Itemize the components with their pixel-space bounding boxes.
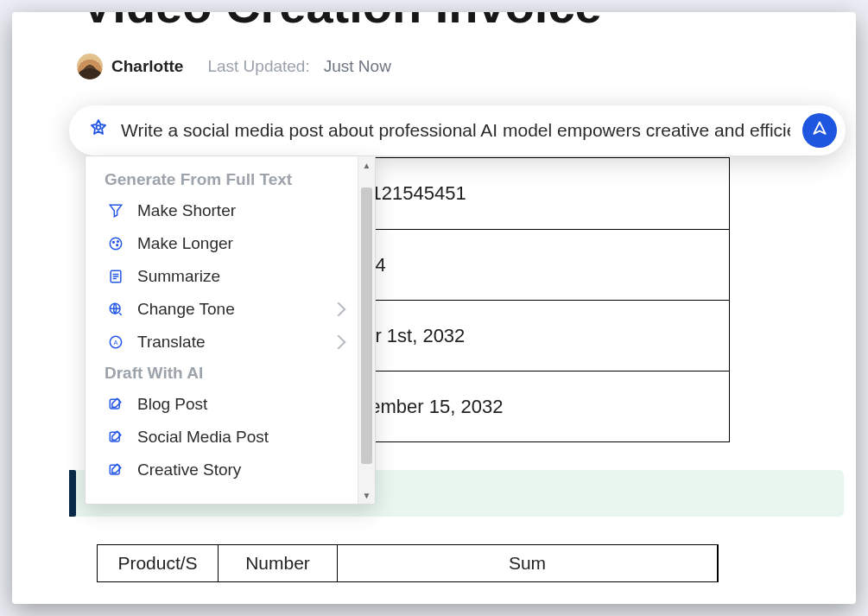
translate-icon: A: [106, 333, 125, 352]
menu-scrollbar[interactable]: ▲ ▼: [358, 156, 375, 504]
cookie-icon: [106, 234, 125, 253]
ai-prompt-input[interactable]: Write a social media post about professi…: [121, 120, 790, 141]
menu-item-label: Make Shorter: [137, 201, 236, 220]
menu-item-label: Translate: [137, 333, 206, 352]
scroll-thumb[interactable]: [361, 187, 372, 464]
svg-point-1: [110, 238, 121, 249]
ai-sparkle-icon: [88, 118, 109, 143]
menu-item-label: Blog Post: [137, 395, 207, 414]
ai-prompt-bar: Write a social media post about professi…: [69, 105, 846, 156]
menu-item-make-longer[interactable]: Make Longer: [94, 227, 354, 260]
ai-actions-menu: Generate From Full Text Make Shorter Mak…: [85, 156, 376, 505]
send-button[interactable]: [802, 113, 837, 148]
menu-list: Generate From Full Text Make Shorter Mak…: [86, 156, 358, 504]
col-number: Number: [219, 545, 338, 581]
svg-point-4: [117, 241, 119, 243]
menu-item-creative-story[interactable]: Creative Story: [94, 454, 354, 486]
avatar[interactable]: [77, 54, 103, 79]
document-page: Video Creation Invoice Charlotte Last Up…: [12, 12, 856, 604]
svg-point-3: [117, 244, 118, 246]
compose-icon: [106, 428, 125, 447]
menu-item-label: Make Longer: [137, 234, 233, 253]
menu-item-label: Summarize: [137, 267, 220, 286]
col-product: Product/S: [98, 545, 219, 581]
compose-icon: [106, 395, 125, 414]
col-sum: Sum: [338, 545, 718, 581]
menu-item-label: Change Tone: [137, 300, 235, 319]
menu-item-translate[interactable]: A Translate: [94, 326, 354, 359]
svg-point-0: [97, 125, 101, 130]
menu-item-social-post[interactable]: Social Media Post: [94, 421, 354, 454]
send-icon: [811, 120, 828, 141]
scroll-down-icon[interactable]: ▼: [358, 488, 375, 502]
updated-label: Last Updated:: [207, 57, 309, 76]
menu-heading-generate: Generate From Full Text: [94, 165, 354, 194]
menu-item-make-shorter[interactable]: Make Shorter: [94, 194, 354, 227]
author-row: Charlotte Last Updated: Just Now: [77, 54, 391, 79]
menu-heading-draft: Draft With AI: [94, 359, 354, 388]
menu-item-blog-post[interactable]: Blog Post: [94, 388, 354, 421]
svg-point-2: [113, 242, 115, 244]
globe-edit-icon: [106, 300, 125, 319]
svg-text:A: A: [113, 339, 117, 346]
document-lines-icon: [106, 267, 125, 286]
menu-item-change-tone[interactable]: Change Tone: [94, 293, 354, 326]
highlight-accent: [69, 470, 76, 517]
page-title: Video Creation Invoice: [81, 12, 602, 34]
author-name: Charlotte: [111, 57, 183, 76]
menu-item-label: Social Media Post: [137, 428, 269, 447]
menu-item-label: Creative Story: [137, 460, 241, 479]
updated-value: Just Now: [324, 57, 391, 76]
menu-item-summarize[interactable]: Summarize: [94, 260, 354, 293]
scroll-up-icon[interactable]: ▲: [358, 158, 375, 172]
items-table-header: Product/S Number Sum: [97, 544, 719, 582]
funnel-icon: [106, 201, 125, 220]
compose-icon: [106, 460, 125, 479]
